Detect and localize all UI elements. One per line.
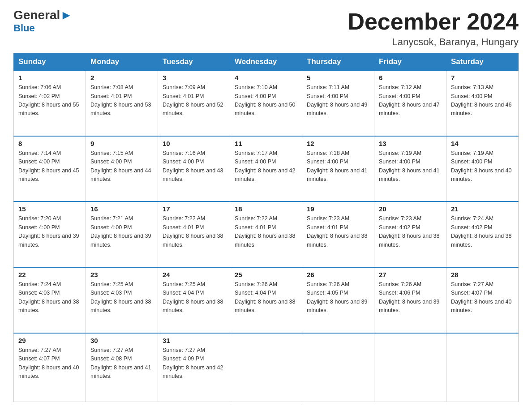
day-number: 8	[18, 140, 81, 147]
day-number: 21	[451, 205, 514, 213]
day-cell: 27 Sunrise: 7:26 AMSunset: 4:06 PMDaylig…	[374, 267, 446, 333]
day-info: Sunrise: 7:17 AMSunset: 4:00 PMDaylight:…	[235, 150, 296, 182]
day-info: Sunrise: 7:25 AMSunset: 4:03 PMDaylight:…	[90, 281, 151, 313]
day-cell: 9 Sunrise: 7:15 AMSunset: 4:00 PMDayligh…	[86, 136, 158, 202]
day-info: Sunrise: 7:23 AMSunset: 4:01 PMDaylight:…	[307, 215, 368, 248]
day-cell: 3 Sunrise: 7:09 AMSunset: 4:01 PMDayligh…	[158, 70, 230, 136]
day-number: 25	[235, 271, 297, 278]
day-cell: 31 Sunrise: 7:27 AMSunset: 4:09 PMDaylig…	[158, 333, 230, 402]
day-info: Sunrise: 7:24 AMSunset: 4:02 PMDaylight:…	[451, 215, 512, 248]
week-row-5: 29 Sunrise: 7:27 AMSunset: 4:07 PMDaylig…	[14, 333, 519, 402]
day-info: Sunrise: 7:27 AMSunset: 4:09 PMDaylight:…	[163, 347, 223, 379]
day-info: Sunrise: 7:21 AMSunset: 4:00 PMDaylight:…	[90, 215, 151, 248]
day-number: 5	[307, 74, 369, 81]
day-number: 4	[235, 74, 297, 81]
day-number: 1	[18, 74, 81, 81]
day-cell: 13 Sunrise: 7:19 AMSunset: 4:00 PMDaylig…	[374, 136, 446, 202]
day-cell: 21 Sunrise: 7:24 AMSunset: 4:02 PMDaylig…	[446, 201, 519, 267]
day-cell: 12 Sunrise: 7:18 AMSunset: 4:00 PMDaylig…	[302, 136, 374, 202]
day-cell: 18 Sunrise: 7:22 AMSunset: 4:01 PMDaylig…	[230, 201, 302, 267]
day-cell: 19 Sunrise: 7:23 AMSunset: 4:01 PMDaylig…	[302, 201, 374, 267]
day-cell: 2 Sunrise: 7:08 AMSunset: 4:01 PMDayligh…	[86, 70, 158, 136]
day-info: Sunrise: 7:26 AMSunset: 4:04 PMDaylight:…	[235, 281, 296, 313]
day-number: 26	[307, 271, 369, 278]
day-info: Sunrise: 7:10 AMSunset: 4:00 PMDaylight:…	[235, 84, 296, 116]
day-cell	[302, 333, 374, 402]
day-info: Sunrise: 7:13 AMSunset: 4:00 PMDaylight:…	[451, 84, 512, 116]
day-info: Sunrise: 7:24 AMSunset: 4:03 PMDaylight:…	[18, 281, 79, 313]
day-number: 9	[90, 140, 153, 147]
day-cell: 6 Sunrise: 7:12 AMSunset: 4:00 PMDayligh…	[374, 70, 446, 136]
day-number: 16	[90, 205, 153, 213]
page: General► Blue December 2024 Lanycsok, Ba…	[0, 0, 532, 411]
day-cell: 5 Sunrise: 7:11 AMSunset: 4:00 PMDayligh…	[302, 70, 374, 136]
day-info: Sunrise: 7:06 AMSunset: 4:02 PMDaylight:…	[18, 84, 79, 116]
day-number: 12	[307, 140, 369, 147]
col-tuesday: Tuesday	[158, 54, 230, 71]
day-info: Sunrise: 7:22 AMSunset: 4:01 PMDaylight:…	[163, 215, 223, 248]
day-cell: 15 Sunrise: 7:20 AMSunset: 4:00 PMDaylig…	[14, 201, 86, 267]
day-info: Sunrise: 7:26 AMSunset: 4:05 PMDaylight:…	[307, 281, 368, 313]
col-sunday: Sunday	[14, 54, 86, 71]
day-number: 30	[90, 337, 153, 344]
day-cell: 4 Sunrise: 7:10 AMSunset: 4:00 PMDayligh…	[230, 70, 302, 136]
day-cell: 29 Sunrise: 7:27 AMSunset: 4:07 PMDaylig…	[14, 333, 86, 402]
day-number: 10	[163, 140, 225, 147]
day-number: 14	[451, 140, 514, 147]
day-number: 27	[379, 271, 442, 278]
day-number: 28	[451, 271, 514, 278]
day-cell: 30 Sunrise: 7:27 AMSunset: 4:08 PMDaylig…	[86, 333, 158, 402]
day-cell: 26 Sunrise: 7:26 AMSunset: 4:05 PMDaylig…	[302, 267, 374, 333]
day-cell	[446, 333, 519, 402]
day-info: Sunrise: 7:27 AMSunset: 4:08 PMDaylight:…	[90, 347, 151, 379]
day-number: 31	[163, 337, 225, 344]
day-number: 11	[235, 140, 297, 147]
day-cell: 20 Sunrise: 7:23 AMSunset: 4:02 PMDaylig…	[374, 201, 446, 267]
day-info: Sunrise: 7:22 AMSunset: 4:01 PMDaylight:…	[235, 215, 296, 248]
col-thursday: Thursday	[302, 54, 374, 71]
day-info: Sunrise: 7:20 AMSunset: 4:00 PMDaylight:…	[18, 215, 79, 248]
day-number: 3	[163, 74, 225, 81]
month-title: December 2024	[348, 9, 519, 34]
day-cell: 24 Sunrise: 7:25 AMSunset: 4:04 PMDaylig…	[158, 267, 230, 333]
day-number: 29	[18, 337, 81, 344]
day-number: 17	[163, 205, 225, 213]
day-info: Sunrise: 7:14 AMSunset: 4:00 PMDaylight:…	[18, 150, 79, 182]
day-cell: 25 Sunrise: 7:26 AMSunset: 4:04 PMDaylig…	[230, 267, 302, 333]
day-cell: 28 Sunrise: 7:27 AMSunset: 4:07 PMDaylig…	[446, 267, 519, 333]
day-number: 20	[379, 205, 442, 213]
day-info: Sunrise: 7:19 AMSunset: 4:00 PMDaylight:…	[379, 150, 440, 182]
day-info: Sunrise: 7:16 AMSunset: 4:00 PMDaylight:…	[163, 150, 223, 182]
day-info: Sunrise: 7:11 AMSunset: 4:00 PMDaylight:…	[307, 84, 368, 116]
day-info: Sunrise: 7:18 AMSunset: 4:00 PMDaylight:…	[307, 150, 368, 182]
day-number: 22	[18, 271, 81, 278]
day-cell	[230, 333, 302, 402]
day-cell: 14 Sunrise: 7:19 AMSunset: 4:00 PMDaylig…	[446, 136, 519, 202]
day-number: 24	[163, 271, 225, 278]
logo-sub: Blue	[13, 22, 35, 34]
day-number: 23	[90, 271, 153, 278]
col-monday: Monday	[86, 54, 158, 71]
day-number: 18	[235, 205, 297, 213]
day-number: 6	[379, 74, 442, 81]
day-info: Sunrise: 7:12 AMSunset: 4:00 PMDaylight:…	[379, 84, 440, 116]
header-row: Sunday Monday Tuesday Wednesday Thursday…	[14, 54, 519, 71]
day-info: Sunrise: 7:27 AMSunset: 4:07 PMDaylight:…	[451, 281, 512, 313]
day-cell: 11 Sunrise: 7:17 AMSunset: 4:00 PMDaylig…	[230, 136, 302, 202]
day-info: Sunrise: 7:19 AMSunset: 4:00 PMDaylight:…	[451, 150, 512, 182]
week-row-4: 22 Sunrise: 7:24 AMSunset: 4:03 PMDaylig…	[14, 267, 519, 333]
day-cell: 7 Sunrise: 7:13 AMSunset: 4:00 PMDayligh…	[446, 70, 519, 136]
day-info: Sunrise: 7:25 AMSunset: 4:04 PMDaylight:…	[163, 281, 223, 313]
day-cell: 16 Sunrise: 7:21 AMSunset: 4:00 PMDaylig…	[86, 201, 158, 267]
calendar-table: Sunday Monday Tuesday Wednesday Thursday…	[13, 53, 519, 402]
header: General► Blue December 2024 Lanycsok, Ba…	[13, 9, 519, 48]
day-cell: 22 Sunrise: 7:24 AMSunset: 4:03 PMDaylig…	[14, 267, 86, 333]
day-number: 7	[451, 74, 514, 81]
day-cell: 8 Sunrise: 7:14 AMSunset: 4:00 PMDayligh…	[14, 136, 86, 202]
day-cell: 1 Sunrise: 7:06 AMSunset: 4:02 PMDayligh…	[14, 70, 86, 136]
day-info: Sunrise: 7:26 AMSunset: 4:06 PMDaylight:…	[379, 281, 440, 313]
day-info: Sunrise: 7:23 AMSunset: 4:02 PMDaylight:…	[379, 215, 440, 248]
day-number: 15	[18, 205, 81, 213]
col-friday: Friday	[374, 54, 446, 71]
day-number: 19	[307, 205, 369, 213]
